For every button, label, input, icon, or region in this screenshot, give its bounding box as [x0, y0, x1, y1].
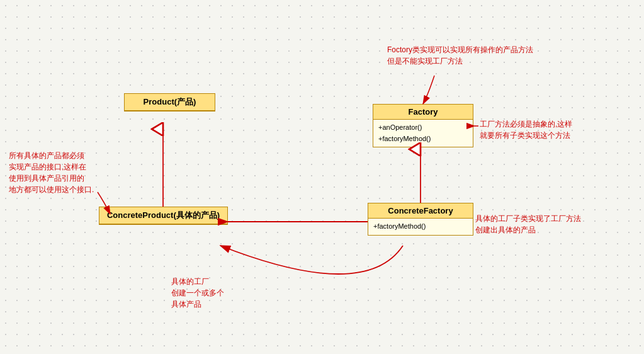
factory-body: +anOperator() +factoryMethod()	[373, 120, 473, 147]
annotation-cf-right: 具体的工厂子类实现了工厂方法 创建出具体的产品	[475, 213, 581, 236]
product-title: Product(产品)	[125, 94, 215, 111]
annotation-bottom: 具体的工厂 创建一个或多个 具体产品	[171, 276, 224, 310]
annotation-factory-top: Foctory类实现可以实现所有操作的产品方法 但是不能实现工厂方法	[387, 44, 533, 67]
concrete-factory-body: +factoryMethod()	[368, 219, 473, 235]
concrete-product-box: ConcreteProduct(具体的产品)	[99, 207, 228, 225]
product-box: Product(产品)	[124, 93, 215, 111]
annotation-factory-right: 工厂方法必须是抽象的,这样 就要所有子类实现这个方法	[480, 118, 572, 141]
factory-box: Factory +anOperator() +factoryMethod()	[373, 104, 473, 147]
concrete-factory-box: ConcreteFactory +factoryMethod()	[368, 203, 473, 236]
concrete-factory-title: ConcreteFactory	[368, 203, 473, 219]
factory-title: Factory	[373, 105, 473, 120]
concrete-product-title: ConcreteProduct(具体的产品)	[99, 207, 227, 224]
annotation-product-left: 所有具体的产品都必须 实现产品的接口,这样在 使用到具体产品引用的 地方都可以使…	[9, 150, 94, 195]
factory-method-2: +factoryMethod()	[378, 134, 468, 145]
cf-method-1: +factoryMethod()	[373, 221, 468, 232]
factory-method-1: +anOperator()	[378, 122, 468, 134]
diagram-arrows	[0, 0, 644, 354]
